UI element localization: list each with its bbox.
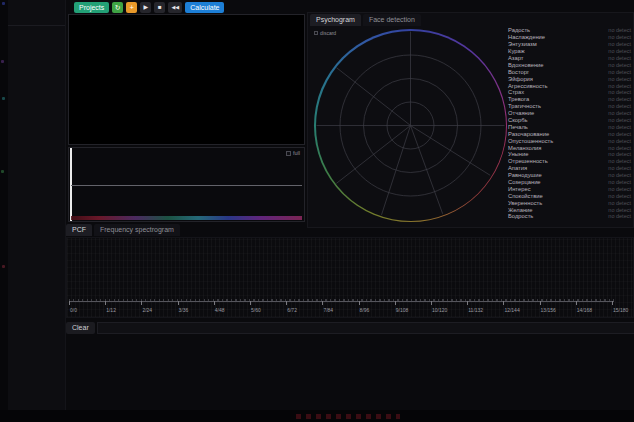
emotion-row: Печальno detect <box>508 123 631 130</box>
axis-tick <box>322 301 323 305</box>
emotion-row: Интересno detect <box>508 185 631 192</box>
emotion-row: Опустошенностьno detect <box>508 137 631 144</box>
emotion-value: no detect <box>608 213 631 219</box>
axis-tick <box>431 301 432 305</box>
emotion-label: Разочарование <box>508 131 549 137</box>
emotion-row: Отчаяниеno detect <box>508 110 631 117</box>
emotion-value: no detect <box>608 62 631 68</box>
emotion-value: no detect <box>608 179 631 185</box>
axis-tick <box>141 301 142 305</box>
axis-tick-label: 13/156 <box>541 307 556 313</box>
emotion-value: no detect <box>608 172 631 178</box>
emotion-row: Тревогаno detect <box>508 96 631 103</box>
spectrogram-panel: 0/01/122/243/364/485/606/727/848/969/108… <box>66 237 634 318</box>
emotion-value: no detect <box>608 131 631 137</box>
clear-button[interactable]: Clear <box>66 322 95 334</box>
axis-tick-label: 7/84 <box>323 307 333 313</box>
emotion-row: Агрессивностьno detect <box>508 82 631 89</box>
emotion-row: Куражno detect <box>508 48 631 55</box>
projects-button[interactable]: Projects <box>74 2 109 13</box>
spectrogram-tabs: PCF Frequency spectrogram <box>66 224 180 236</box>
axis-tick <box>250 301 251 305</box>
emotion-row: Созерцаниеno detect <box>508 179 631 186</box>
emotion-value: no detect <box>608 89 631 95</box>
play-icon[interactable]: ▶ <box>140 2 151 13</box>
emotion-value: no detect <box>608 55 631 61</box>
emotion-row: Желаниеno detect <box>508 206 631 213</box>
emotion-value: no detect <box>608 96 631 102</box>
emotion-label: Апатия <box>508 165 527 171</box>
rewind-icon[interactable]: ◀◀ <box>168 2 182 13</box>
refresh-icon[interactable]: ↻ <box>112 2 123 13</box>
emotion-row: Равнодушиеno detect <box>508 172 631 179</box>
axis-tick <box>576 301 577 305</box>
axis-tick <box>359 301 360 305</box>
emotion-label: Энтузиазм <box>508 41 537 47</box>
axis-tick <box>286 301 287 305</box>
emotion-value: no detect <box>608 207 631 213</box>
sidebar-divider <box>8 25 65 26</box>
full-checkbox-label: full <box>293 150 300 156</box>
axis-tick <box>69 301 70 305</box>
axis-tick-label: 8/96 <box>360 307 370 313</box>
emotion-label: Страх <box>508 89 524 95</box>
emotion-label: Меланхолия <box>508 145 541 151</box>
emotion-row: Эйфорияno detect <box>508 75 631 82</box>
axis-tick-label: 1/12 <box>106 307 116 313</box>
axis-tick-label: 5/60 <box>251 307 261 313</box>
emotion-row: Трагичностьno detect <box>508 103 631 110</box>
plus-icon[interactable]: + <box>126 2 137 13</box>
psychogram-panel: Psychogram Face detection discard <box>307 12 634 228</box>
log-row: Clear <box>66 322 634 334</box>
tab-pcf[interactable]: PCF <box>66 224 92 236</box>
app-window: Projects ↻ + ▶ ■ ◀◀ Calculate full Psych… <box>0 0 634 422</box>
axis-tick-label: 15/180 <box>613 307 628 313</box>
emotion-label: Отрешенность <box>508 158 548 164</box>
waveform-baseline <box>71 185 302 186</box>
emotion-label: Вдохновение <box>508 62 544 68</box>
emotion-row: Азартno detect <box>508 55 631 62</box>
emotion-row: Меланхолияno detect <box>508 144 631 151</box>
emotion-row: Восторгno detect <box>508 68 631 75</box>
emotion-label: Наслаждение <box>508 34 545 40</box>
axis-tick-label: 6/72 <box>287 307 297 313</box>
emotion-value: no detect <box>608 76 631 82</box>
emotion-label: Восторг <box>508 69 529 75</box>
video-viewer <box>68 14 305 145</box>
emotion-value: no detect <box>608 151 631 157</box>
emotion-label: Агрессивность <box>508 83 548 89</box>
waveform-panel[interactable]: full <box>68 147 305 222</box>
axis-tick <box>105 301 106 305</box>
left-sidebar <box>8 0 66 410</box>
calculate-button[interactable]: Calculate <box>185 2 224 13</box>
waveform-color-strip <box>71 216 302 220</box>
emotion-row: Апатияno detect <box>508 165 631 172</box>
axis-tick <box>540 301 541 305</box>
emotion-label: Печаль <box>508 124 528 130</box>
emotion-row: Спокойствиеno detect <box>508 192 631 199</box>
axis-tick-label: 12/144 <box>504 307 519 313</box>
emotion-value: no detect <box>608 27 631 33</box>
emotion-label: Отчаяние <box>508 110 534 116</box>
axis-tick-label: 2/24 <box>142 307 152 313</box>
full-checkbox[interactable] <box>286 151 291 156</box>
emotion-value: no detect <box>608 34 631 40</box>
tab-face-detection[interactable]: Face detection <box>363 14 421 26</box>
emotion-label: Бодрость <box>508 213 533 219</box>
tab-frequency-spectrogram[interactable]: Frequency spectrogram <box>94 224 180 236</box>
emotion-label: Скорбь <box>508 117 528 123</box>
emotion-label: Интерес <box>508 186 531 192</box>
axis-tick <box>395 301 396 305</box>
tab-psychogram[interactable]: Psychogram <box>310 14 361 26</box>
emotion-value: no detect <box>608 200 631 206</box>
toolbar: Projects ↻ + ▶ ■ ◀◀ Calculate <box>74 2 224 13</box>
emotion-label: Радость <box>508 27 530 33</box>
emotion-row: Уныниеno detect <box>508 151 631 158</box>
emotion-value: no detect <box>608 145 631 151</box>
stop-icon[interactable]: ■ <box>154 2 165 13</box>
log-bar <box>97 322 634 334</box>
emotion-label: Опустошенность <box>508 138 553 144</box>
emotion-label: Кураж <box>508 48 525 54</box>
emotion-value: no detect <box>608 110 631 116</box>
emotion-value: no detect <box>608 48 631 54</box>
